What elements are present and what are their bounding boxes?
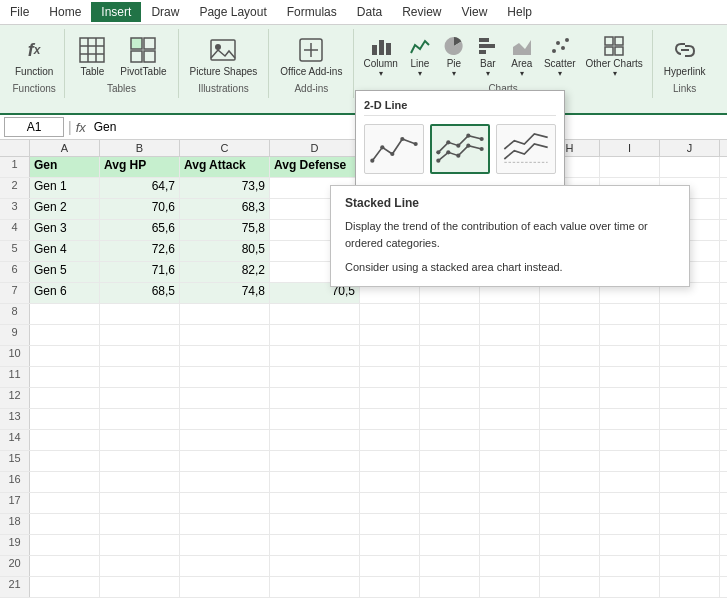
cell-b3[interactable]: 70,6 [100,199,180,219]
cell-i1[interactable] [600,157,660,177]
cell-i14[interactable] [600,430,660,450]
cell-e15[interactable] [360,451,420,471]
cell-j12[interactable] [660,388,720,408]
function-button[interactable]: fx Function [10,31,58,80]
cell-c15[interactable] [180,451,270,471]
cell-a21[interactable] [30,577,100,597]
cell-j15[interactable] [660,451,720,471]
cell-h15[interactable] [540,451,600,471]
cell-b2[interactable]: 64,7 [100,178,180,198]
cell-j14[interactable] [660,430,720,450]
cell-b15[interactable] [100,451,180,471]
cell-a3[interactable]: Gen 2 [30,199,100,219]
menu-help[interactable]: Help [497,2,542,22]
cell-c19[interactable] [180,535,270,555]
cell-d15[interactable] [270,451,360,471]
cell-j10[interactable] [660,346,720,366]
menu-file[interactable]: File [0,2,39,22]
cell-e21[interactable] [360,577,420,597]
line-chart-option[interactable] [364,124,424,174]
cell-i11[interactable] [600,367,660,387]
cell-g13[interactable] [480,409,540,429]
cell-a10[interactable] [30,346,100,366]
cell-b13[interactable] [100,409,180,429]
cell-d19[interactable] [270,535,360,555]
menu-insert[interactable]: Insert [91,2,141,22]
cell-h14[interactable] [540,430,600,450]
cell-g16[interactable] [480,472,540,492]
cell-b1[interactable]: Avg HP [100,157,180,177]
cell-i15[interactable] [600,451,660,471]
cell-e13[interactable] [360,409,420,429]
cell-f10[interactable] [420,346,480,366]
cell-f17[interactable] [420,493,480,513]
cell-a2[interactable]: Gen 1 [30,178,100,198]
cell-a9[interactable] [30,325,100,345]
cell-c6[interactable]: 82,2 [180,262,270,282]
cell-reference-box[interactable] [4,117,64,137]
cell-a13[interactable] [30,409,100,429]
cell-d8[interactable] [270,304,360,324]
menu-draw[interactable]: Draw [141,2,189,22]
cell-f11[interactable] [420,367,480,387]
cell-j17[interactable] [660,493,720,513]
cell-e16[interactable] [360,472,420,492]
cell-d14[interactable] [270,430,360,450]
cell-j21[interactable] [660,577,720,597]
cell-g14[interactable] [480,430,540,450]
cell-h19[interactable] [540,535,600,555]
cell-g19[interactable] [480,535,540,555]
cell-c13[interactable] [180,409,270,429]
cell-g9[interactable] [480,325,540,345]
cell-b7[interactable]: 68,5 [100,283,180,303]
cell-a14[interactable] [30,430,100,450]
cell-i16[interactable] [600,472,660,492]
cell-d17[interactable] [270,493,360,513]
cell-j20[interactable] [660,556,720,576]
cell-h9[interactable] [540,325,600,345]
cell-c11[interactable] [180,367,270,387]
cell-f19[interactable] [420,535,480,555]
cell-h18[interactable] [540,514,600,534]
cell-b6[interactable]: 71,6 [100,262,180,282]
cell-f15[interactable] [420,451,480,471]
cell-j9[interactable] [660,325,720,345]
cell-f13[interactable] [420,409,480,429]
cell-i9[interactable] [600,325,660,345]
col-header-i[interactable]: I [600,140,660,156]
table-button[interactable]: Table [71,31,113,80]
cell-h13[interactable] [540,409,600,429]
cell-f8[interactable] [420,304,480,324]
cell-a20[interactable] [30,556,100,576]
cell-d12[interactable] [270,388,360,408]
cell-f21[interactable] [420,577,480,597]
cell-j18[interactable] [660,514,720,534]
100-stacked-line-chart-option[interactable] [496,124,556,174]
cell-e8[interactable] [360,304,420,324]
cell-b9[interactable] [100,325,180,345]
cell-h17[interactable] [540,493,600,513]
cell-d1[interactable]: Avg Defense [270,157,360,177]
pictures-button[interactable]: Picture Shapes [185,31,263,80]
cell-c20[interactable] [180,556,270,576]
menu-data[interactable]: Data [347,2,392,22]
cell-f9[interactable] [420,325,480,345]
cell-e11[interactable] [360,367,420,387]
cell-b20[interactable] [100,556,180,576]
cell-a18[interactable] [30,514,100,534]
cell-j16[interactable] [660,472,720,492]
cell-c12[interactable] [180,388,270,408]
cell-i13[interactable] [600,409,660,429]
cell-g11[interactable] [480,367,540,387]
cell-f20[interactable] [420,556,480,576]
cell-b17[interactable] [100,493,180,513]
scatter-chart-button[interactable]: Scatter ▾ [541,32,579,80]
cell-g20[interactable] [480,556,540,576]
hyperlink-button[interactable]: Hyperlink [659,31,711,80]
cell-b10[interactable] [100,346,180,366]
cell-c21[interactable] [180,577,270,597]
cell-a12[interactable] [30,388,100,408]
menu-home[interactable]: Home [39,2,91,22]
cell-f14[interactable] [420,430,480,450]
cell-j19[interactable] [660,535,720,555]
